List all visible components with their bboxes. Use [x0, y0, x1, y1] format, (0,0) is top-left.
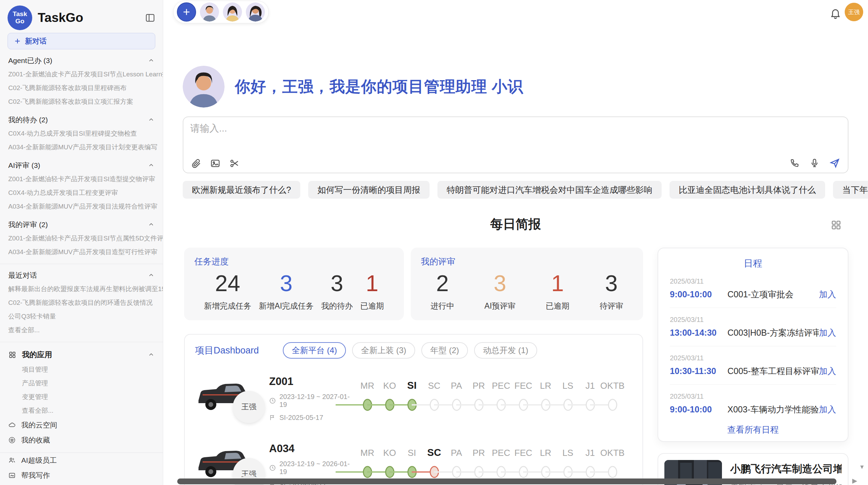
event-title: C003|H0B-方案冻结评审	[727, 327, 819, 338]
milestone-cell: LS	[557, 447, 579, 482]
user-avatar[interactable]: 王强	[845, 3, 863, 21]
avatar[interactable]	[246, 2, 265, 22]
flag-icon	[269, 414, 276, 421]
microphone-icon[interactable]	[809, 158, 820, 168]
add-assistant-button[interactable]	[177, 2, 196, 22]
new-chat-button[interactable]: 新对话	[8, 33, 155, 49]
sidebar-section-my-review[interactable]: 我的评审 (2)	[0, 218, 163, 232]
sidebar-item[interactable]: A034-全新新能源MUV产品开发项目造型可行性评审	[0, 245, 163, 259]
collapse-sidebar-icon[interactable]	[145, 13, 155, 23]
join-link[interactable]: 加入	[819, 289, 836, 300]
sidebar-item[interactable]: Z001-全新燃油轻卡产品开发项目SI节点属性5D文件评审	[0, 232, 163, 245]
phone-icon[interactable]	[789, 158, 800, 168]
milestone-cell: PEC	[490, 380, 512, 414]
people-icon	[8, 457, 16, 464]
join-link[interactable]: 加入	[819, 365, 836, 377]
project-row[interactable]: 王强 Z001 2023-12-19 ~ 2027-01-19 S	[195, 369, 632, 428]
event-title: X003-车辆动力学性能验...	[727, 404, 819, 415]
suggestion-chip[interactable]: 特朗普可能对进口汽车增税会对中国车企造成哪些影响	[437, 181, 662, 199]
stat: 3 新增AI完成任务	[259, 271, 314, 311]
divider	[0, 264, 163, 264]
sidebar-item-help-write[interactable]: 帮我写作	[0, 468, 163, 483]
stat-label: 新增AI完成任务	[259, 301, 314, 311]
sidebar-item[interactable]: A034-全新新能源MUV产品开发项目法规符合性评审	[0, 200, 163, 213]
horizontal-scrollbar-thumb[interactable]	[177, 478, 836, 484]
suggestion-chip[interactable]: 比亚迪全固态电池计划具体说了什么	[670, 181, 825, 199]
tab-model-year[interactable]: 年型 (2)	[421, 342, 468, 359]
app-title: TaskGo	[38, 11, 145, 25]
notification-bell-icon[interactable]	[830, 8, 841, 19]
stat: 3 我的待办	[321, 271, 353, 311]
project-row[interactable]: 王强 A034 2023-12-19 ~ 2026-01-19 S	[195, 436, 632, 485]
sidebar-item[interactable]: C0X4-动力总成开发项目SI里程碑提交物检查	[0, 127, 163, 140]
stat-label: 新增完成任务	[204, 301, 251, 311]
event-date: 2025/03/11	[670, 277, 836, 285]
milestone-cell: SC	[423, 447, 445, 482]
view-all-schedule-link[interactable]: 查看所有日程	[727, 424, 779, 435]
attachment-icon[interactable]	[191, 158, 201, 169]
chevron-up-icon	[148, 57, 155, 64]
sidebar-section-agent-done[interactable]: Agent已办 (3)	[0, 54, 163, 67]
milestone-cell: J1	[579, 447, 601, 482]
tab-powertrain[interactable]: 动总开发 (1)	[474, 342, 537, 359]
chat-input[interactable]	[190, 122, 841, 152]
sidebar-item-cloud-space[interactable]: 我的云空间	[0, 418, 163, 433]
plus-icon	[182, 8, 191, 16]
sidebar-item[interactable]: A034-全新新能源MUV产品开发项目计划变更表编写	[0, 140, 163, 154]
sidebar-section-recent-chats[interactable]: 最近对话	[0, 269, 163, 282]
milestone-cell: OKTB	[601, 380, 624, 414]
logo-text-bottom: Go	[15, 18, 24, 25]
milestone-cell: SI	[401, 447, 423, 482]
sidebar-item-change-mgmt[interactable]: 变更管理	[0, 390, 163, 404]
event-date: 2025/03/11	[670, 316, 836, 324]
sidebar-section-my-apps[interactable]: 我的应用	[0, 347, 163, 363]
send-icon[interactable]	[829, 158, 840, 169]
avatar[interactable]	[200, 2, 219, 22]
sidebar-item-view-all[interactable]: 查看全部...	[0, 323, 163, 337]
suggestion-chip[interactable]: 当下年轻人对汽车外观有怎样的喜好趋势	[833, 181, 868, 199]
milestone-cell: MR	[356, 447, 378, 482]
stat: 1 已逾期	[360, 271, 384, 311]
chevron-up-icon	[148, 162, 155, 169]
sidebar-item[interactable]: 公司Q3轻卡销量	[0, 310, 163, 323]
sidebar-item-favorites[interactable]: 我的收藏	[0, 433, 163, 448]
composer-tools-right	[789, 158, 840, 169]
sidebar-item[interactable]: C02-飞腾新能源轻客改款项目的闭环通告反馈情况	[0, 296, 163, 310]
sidebar-item[interactable]: C02-飞腾新能源轻客改款项目里程碑画布	[0, 81, 163, 95]
sidebar-item[interactable]: Z001-全新燃油轻卡产品开发项目SI造型提交物评审	[0, 172, 163, 186]
briefing-column: 任务进度 24 新增完成任务 3 新增AI完成任务 3 我的待办	[184, 248, 643, 485]
sidebar-item-ai-super-staff[interactable]: AI超级员工	[0, 453, 163, 468]
owner-badge: 王强	[233, 391, 265, 423]
suggestion-chip[interactable]: 欧洲新规最近颁布了什么?	[183, 181, 300, 199]
sidebar-section-ai-review[interactable]: AI评审 (3)	[0, 159, 163, 172]
sidebar-section-my-todo[interactable]: 我的待办 (2)	[0, 113, 163, 127]
chevron-up-icon	[148, 272, 155, 279]
tool-label: AI超级员工	[21, 456, 57, 465]
sidebar-item-view-all[interactable]: 查看全部...	[0, 404, 163, 418]
sidebar-item-project-mgmt[interactable]: 项目管理	[0, 363, 163, 376]
event-title: C005-整车工程目标评审	[727, 365, 819, 377]
milestone-cell: PA	[445, 447, 468, 482]
tab-new-body[interactable]: 全新上装 (3)	[352, 342, 415, 359]
suggestion-chip[interactable]: 如何写一份清晰的项目周报	[308, 181, 430, 199]
sidebar-item[interactable]: Z001-全新燃油皮卡产品开发项目SI节点Lesson Learn报告	[0, 67, 163, 81]
clock-icon	[269, 397, 276, 404]
layout-grid-icon[interactable]	[830, 219, 842, 231]
avatar[interactable]	[223, 2, 242, 22]
join-link[interactable]: 加入	[819, 404, 836, 415]
sidebar-item[interactable]: C0X4-动力总成开发项目工程变更评审	[0, 186, 163, 200]
join-link[interactable]: 加入	[819, 327, 836, 338]
sidebar-item[interactable]: 解释最新出台的欧盟报废车法规再生塑料比例被调至15%...	[0, 282, 163, 296]
scissors-icon[interactable]	[229, 158, 240, 169]
event-date: 2025/03/11	[670, 354, 836, 362]
tab-new-platform[interactable]: 全新平台 (4)	[283, 342, 346, 359]
sidebar-item-creative-draw[interactable]: 创意制图	[0, 483, 163, 485]
scroll-down-arrow[interactable]: ▼	[859, 464, 865, 471]
stat-label: 进行中	[431, 301, 454, 311]
milestone-cell: PEC	[490, 447, 512, 482]
image-icon[interactable]	[210, 158, 220, 169]
section-title: 我的应用	[22, 350, 142, 360]
sidebar-item-product-mgmt[interactable]: 产品管理	[0, 376, 163, 390]
scroll-right-arrow[interactable]: ▶	[852, 477, 857, 485]
sidebar-item[interactable]: C02-飞腾新能源轻客改款项目立项汇报方案	[0, 95, 163, 109]
